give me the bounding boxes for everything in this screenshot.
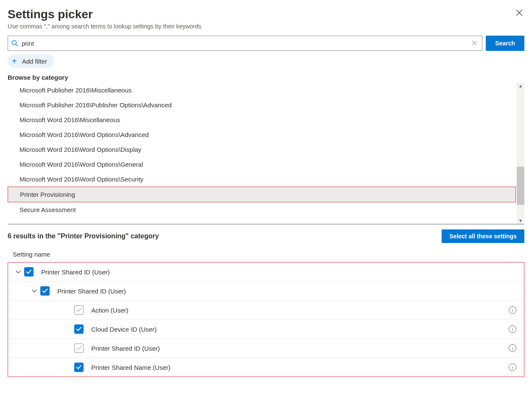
category-item[interactable]: Secure Assessment: [20, 202, 524, 217]
column-header-setting-name[interactable]: Setting name: [8, 248, 524, 262]
svg-line-1: [16, 44, 18, 46]
category-item[interactable]: Microsoft Publisher 2016\Publisher Optio…: [20, 98, 524, 112]
chevron-down-icon[interactable]: [28, 288, 40, 294]
search-box[interactable]: [8, 36, 482, 51]
category-item[interactable]: Microsoft Word 2016\Word Options\Advance…: [20, 127, 524, 142]
scrollbar[interactable]: ▲ ▼: [517, 83, 524, 224]
category-item[interactable]: Microsoft Word 2016\Word Options\Display: [20, 142, 524, 157]
setting-label: Printer Shared ID (User): [91, 345, 509, 352]
chevron-down-icon[interactable]: [12, 269, 24, 275]
add-filter-label: Add filter: [22, 58, 47, 65]
scroll-up-arrow[interactable]: ▲: [518, 83, 523, 89]
close-icon: [516, 9, 523, 16]
scroll-track[interactable]: [517, 89, 524, 218]
page-subtitle: Use commas "," among search terms to loo…: [8, 23, 202, 30]
browse-by-category-label: Browse by category: [8, 74, 524, 81]
setting-checkbox[interactable]: [74, 305, 84, 315]
setting-row[interactable]: Printer Shared ID (User)i: [8, 338, 524, 358]
scroll-down-arrow[interactable]: ▼: [518, 218, 523, 224]
info-icon[interactable]: i: [509, 325, 516, 333]
setting-checkbox[interactable]: [74, 344, 84, 353]
info-icon[interactable]: i: [509, 344, 516, 352]
category-item[interactable]: Microsoft Word 2016\Word Options\Securit…: [20, 172, 524, 187]
setting-label: Printer Shared Name (User): [91, 364, 509, 371]
setting-row[interactable]: Action (User)i: [8, 300, 524, 319]
setting-row[interactable]: Printer Shared ID (User): [8, 263, 524, 281]
scroll-thumb[interactable]: [517, 167, 524, 205]
svg-point-0: [12, 41, 17, 45]
setting-row[interactable]: Cloud Device ID (User)i: [8, 319, 524, 338]
clear-icon: [472, 40, 477, 45]
info-icon[interactable]: i: [509, 363, 516, 371]
category-panel: Microsoft Publisher 2016\MiscellaneousMi…: [8, 83, 524, 224]
page-title: Settings picker: [8, 8, 202, 21]
add-filter-button[interactable]: + Add filter: [8, 54, 54, 68]
search-button[interactable]: Search: [486, 36, 524, 51]
close-button[interactable]: [514, 8, 524, 19]
setting-checkbox[interactable]: [74, 324, 84, 334]
setting-row[interactable]: Printer Shared Name (User)i: [8, 358, 524, 377]
category-item[interactable]: Microsoft Word 2016\Miscellaneous: [20, 112, 524, 127]
setting-checkbox[interactable]: [24, 267, 34, 277]
search-input[interactable]: [22, 40, 470, 47]
settings-table: Printer Shared ID (User)Printer Shared I…: [8, 262, 524, 377]
category-item[interactable]: Microsoft Publisher 2016\Miscellaneous: [20, 83, 524, 98]
setting-checkbox[interactable]: [74, 363, 84, 372]
category-list: Microsoft Publisher 2016\MiscellaneousMi…: [8, 83, 524, 217]
setting-label: Action (User): [91, 307, 509, 314]
category-item[interactable]: Printer Provisioning: [8, 187, 516, 202]
setting-label: Printer Shared ID (User): [57, 288, 521, 295]
clear-search-button[interactable]: [470, 39, 479, 47]
results-summary: 6 results in the "Printer Provisioning" …: [8, 232, 159, 240]
setting-checkbox[interactable]: [40, 286, 50, 296]
info-icon[interactable]: i: [509, 306, 516, 314]
select-all-button[interactable]: Select all these settings: [442, 229, 524, 243]
plus-icon: +: [12, 57, 17, 65]
setting-label: Cloud Device ID (User): [91, 326, 509, 333]
category-item[interactable]: Microsoft Word 2016\Word Options\General: [20, 157, 524, 172]
search-icon: [11, 40, 18, 47]
setting-row[interactable]: Printer Shared ID (User): [8, 281, 524, 300]
setting-label: Printer Shared ID (User): [41, 268, 521, 276]
